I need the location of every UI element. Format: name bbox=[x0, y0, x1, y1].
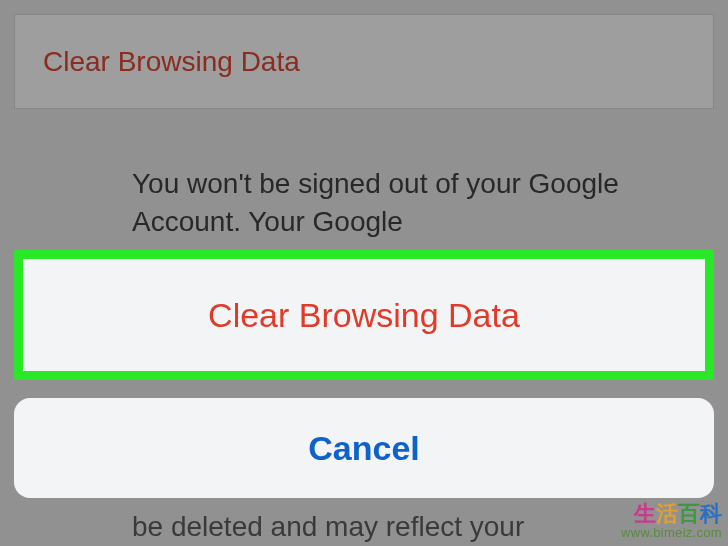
info-message: You won't be signed out of your Google A… bbox=[132, 165, 688, 241]
watermark-url: www.bimeiz.com bbox=[621, 526, 722, 540]
cancel-button[interactable]: Cancel bbox=[14, 398, 714, 498]
watermark-logo-text: 生活百科 bbox=[621, 502, 722, 526]
info-message-continued: be deleted and may reflect your bbox=[132, 508, 524, 546]
clear-browsing-data-button[interactable]: Clear Browsing Data bbox=[23, 259, 705, 371]
tutorial-highlight-frame: Clear Browsing Data bbox=[14, 250, 714, 380]
action-sheet: Clear Browsing Data Cancel bbox=[14, 250, 714, 498]
header-bar: Clear Browsing Data bbox=[14, 14, 714, 109]
page-title: Clear Browsing Data bbox=[43, 46, 300, 78]
watermark: 生活百科 www.bimeiz.com bbox=[621, 502, 722, 540]
